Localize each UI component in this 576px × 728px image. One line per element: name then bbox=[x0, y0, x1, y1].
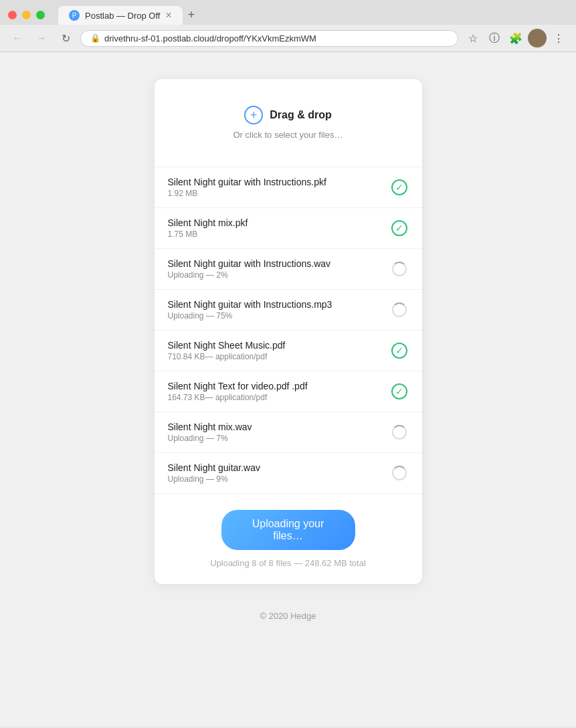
toolbar-icons: ☆ ⓘ 🧩 ⋮ bbox=[464, 29, 568, 48]
done-icon: ✓ bbox=[391, 220, 407, 236]
window-close-button[interactable] bbox=[8, 11, 17, 19]
address-bar: ← → ↻ 🔒 drivethru-sf-01.postlab.cloud/dr… bbox=[0, 25, 576, 52]
window-minimize-button[interactable] bbox=[22, 11, 31, 19]
file-meta: 164.73 KB— application/pdf bbox=[168, 393, 390, 402]
file-status: ✓ bbox=[390, 341, 409, 360]
file-item: Silent Night mix.wav Uploading — 7% bbox=[155, 412, 422, 453]
uploading-spinner bbox=[392, 466, 407, 480]
file-name: Silent Night guitar.wav bbox=[168, 462, 390, 473]
file-item: Silent Night guitar.wav Uploading — 9% bbox=[155, 453, 422, 493]
file-status bbox=[390, 464, 409, 482]
file-name: Silent Night mix.wav bbox=[168, 422, 390, 432]
file-list: Silent Night guitar with Instructions.pk… bbox=[155, 167, 422, 494]
file-status: ✓ bbox=[390, 178, 409, 197]
file-info: Silent Night guitar with Instructions.wa… bbox=[168, 258, 390, 280]
file-name: Silent Night Text for video.pdf .pdf bbox=[168, 381, 390, 391]
window-controls bbox=[8, 11, 45, 19]
file-name: Silent Night guitar with Instructions.mp… bbox=[168, 299, 390, 310]
back-button[interactable]: ← bbox=[8, 29, 27, 48]
file-info: Silent Night mix.pkf 1.75 MB bbox=[168, 217, 390, 239]
window-maximize-button[interactable] bbox=[36, 11, 45, 19]
done-icon: ✓ bbox=[391, 383, 407, 399]
tab-favicon: P bbox=[69, 10, 80, 21]
secure-icon: 🔒 bbox=[90, 33, 100, 43]
add-files-icon: + bbox=[244, 106, 263, 124]
file-item: Silent Night guitar with Instructions.mp… bbox=[155, 290, 422, 331]
active-tab[interactable]: P Postlab — Drop Off × bbox=[58, 6, 183, 25]
file-name: Silent Night guitar with Instructions.pk… bbox=[168, 177, 390, 187]
browser-chrome: P Postlab — Drop Off × + ← → ↻ 🔒 driveth… bbox=[0, 0, 576, 52]
upload-progress-text: Uploading 8 of 8 files — 248.62 MB total bbox=[210, 558, 366, 568]
file-status: ✓ bbox=[390, 382, 409, 401]
title-bar: P Postlab — Drop Off × + bbox=[0, 0, 576, 25]
file-meta: Uploading — 9% bbox=[168, 474, 390, 484]
upload-card: + Drag & drop Or click to select your fi… bbox=[155, 79, 422, 584]
avatar[interactable] bbox=[528, 29, 547, 48]
file-meta: Uploading — 2% bbox=[168, 270, 390, 280]
file-info: Silent Night Sheet Music.pdf 710.84 KB— … bbox=[168, 340, 390, 361]
drop-zone[interactable]: + Drag & drop Or click to select your fi… bbox=[155, 79, 422, 167]
file-item: Silent Night guitar with Instructions.wa… bbox=[155, 249, 422, 290]
file-info: Silent Night mix.wav Uploading — 7% bbox=[168, 422, 390, 443]
info-icon[interactable]: ⓘ bbox=[485, 29, 504, 48]
upload-button[interactable]: Uploading your files… bbox=[221, 510, 355, 550]
file-item: Silent Night Sheet Music.pdf 710.84 KB— … bbox=[155, 331, 422, 371]
uploading-spinner bbox=[392, 302, 407, 317]
file-item: Silent Night mix.pkf 1.75 MB ✓ bbox=[155, 208, 422, 249]
upload-footer: Uploading your files… Uploading 8 of 8 f… bbox=[155, 494, 422, 584]
file-info: Silent Night Text for video.pdf .pdf 164… bbox=[168, 381, 390, 402]
file-meta: Uploading — 7% bbox=[168, 434, 390, 443]
uploading-spinner bbox=[392, 425, 407, 440]
drag-drop-subtitle: Or click to select your files… bbox=[233, 130, 343, 140]
extensions-icon[interactable]: 🧩 bbox=[506, 29, 525, 48]
file-meta: 710.84 KB— application/pdf bbox=[168, 352, 390, 361]
uploading-spinner bbox=[392, 262, 407, 276]
tab-title: Postlab — Drop Off bbox=[85, 11, 160, 21]
copyright-text: © 2020 Hedge bbox=[260, 611, 316, 621]
tab-close-button[interactable]: × bbox=[165, 10, 171, 21]
file-status bbox=[390, 260, 409, 278]
new-tab-button[interactable]: + bbox=[183, 5, 201, 25]
file-meta: 1.75 MB bbox=[168, 230, 390, 239]
file-name: Silent Night guitar with Instructions.wa… bbox=[168, 258, 390, 269]
drag-drop-title: Drag & drop bbox=[270, 109, 331, 121]
file-info: Silent Night guitar.wav Uploading — 9% bbox=[168, 462, 390, 484]
tab-bar: P Postlab — Drop Off × + bbox=[58, 5, 568, 25]
done-icon: ✓ bbox=[391, 179, 407, 195]
file-meta: 1.92 MB bbox=[168, 189, 390, 198]
file-item: Silent Night guitar with Instructions.pk… bbox=[155, 167, 422, 208]
file-status bbox=[390, 300, 409, 319]
file-status: ✓ bbox=[390, 219, 409, 238]
file-name: Silent Night mix.pkf bbox=[168, 217, 390, 228]
file-name: Silent Night Sheet Music.pdf bbox=[168, 340, 390, 351]
file-meta: Uploading — 75% bbox=[168, 311, 390, 321]
file-item: Silent Night Text for video.pdf .pdf 164… bbox=[155, 371, 422, 412]
reload-button[interactable]: ↻ bbox=[56, 29, 75, 48]
page-content: + Drag & drop Or click to select your fi… bbox=[0, 52, 576, 727]
forward-button[interactable]: → bbox=[32, 29, 51, 48]
url-bar[interactable]: 🔒 drivethru-sf-01.postlab.cloud/dropoff/… bbox=[80, 30, 458, 47]
menu-icon[interactable]: ⋮ bbox=[549, 29, 568, 48]
bookmark-icon[interactable]: ☆ bbox=[464, 29, 482, 48]
file-info: Silent Night guitar with Instructions.mp… bbox=[168, 299, 390, 321]
page-footer: © 2020 Hedge bbox=[260, 611, 316, 621]
url-text: drivethru-sf-01.postlab.cloud/dropoff/YK… bbox=[104, 33, 316, 43]
file-status bbox=[390, 423, 409, 442]
drop-icon-wrap: + Drag & drop bbox=[244, 106, 331, 124]
done-icon: ✓ bbox=[391, 343, 407, 359]
file-info: Silent Night guitar with Instructions.pk… bbox=[168, 177, 390, 198]
